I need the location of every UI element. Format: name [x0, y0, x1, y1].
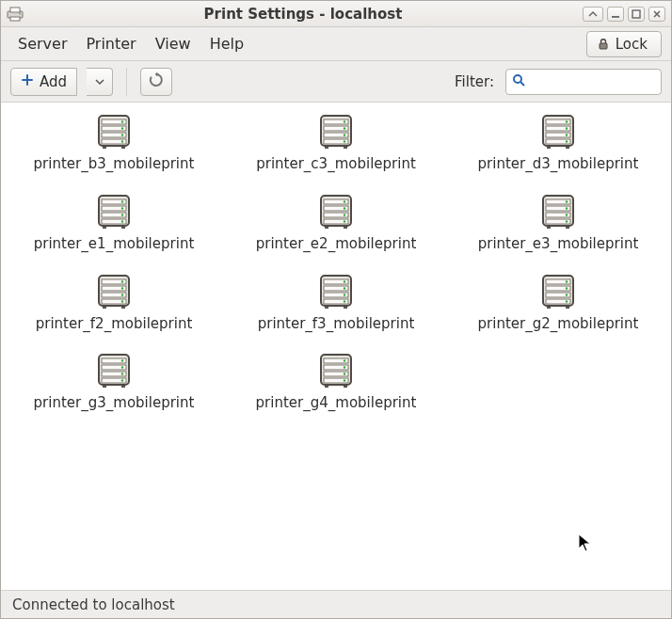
window-buttons: [583, 7, 665, 22]
menu-server[interactable]: Server: [10, 29, 74, 58]
printer-label: printer_e3_mobileprint: [478, 235, 639, 253]
printer-label: printer_g2_mobileprint: [478, 315, 639, 333]
printer-label: printer_b3_mobileprint: [34, 155, 195, 173]
printer-item[interactable]: printer_g4_mobileprint: [242, 349, 430, 412]
search-icon: [512, 73, 525, 89]
printer-icon: [93, 110, 135, 151]
printer-label: printer_g3_mobileprint: [34, 394, 195, 412]
menu-view[interactable]: View: [148, 29, 199, 58]
printer-item[interactable]: printer_g3_mobileprint: [20, 349, 208, 412]
window: Print Settings - localhost Server Printe…: [0, 0, 672, 619]
search-filter[interactable]: [505, 69, 662, 95]
window-maximize-button[interactable]: [628, 7, 645, 22]
printer-icon: [315, 190, 357, 231]
refresh-button[interactable]: [140, 68, 172, 96]
lock-button[interactable]: Lock: [586, 31, 662, 57]
status-text: Connected to localhost: [12, 596, 175, 613]
svg-line-10: [520, 82, 524, 86]
filter-label: Filter:: [455, 73, 494, 90]
printer-icon: [537, 190, 579, 231]
printer-icon: [93, 270, 135, 311]
svg-point-9: [514, 75, 521, 83]
printer-item[interactable]: printer_b3_mobileprint: [20, 110, 208, 173]
add-button-dropdown[interactable]: [87, 68, 113, 96]
lock-button-label: Lock: [616, 36, 648, 53]
printer-item[interactable]: printer_c3_mobileprint: [242, 110, 430, 173]
chevron-down-icon: [95, 73, 104, 90]
printer-label: printer_d3_mobileprint: [478, 155, 639, 173]
printer-item[interactable]: printer_e2_mobileprint: [242, 190, 430, 253]
svg-rect-8: [22, 79, 33, 81]
printer-item[interactable]: printer_e3_mobileprint: [464, 190, 652, 253]
window-title: Print Settings - localhost: [29, 6, 577, 23]
printer-list: printer_b3_mobileprintprinter_c3_mobilep…: [1, 103, 671, 590]
printer-item[interactable]: printer_e1_mobileprint: [20, 190, 208, 253]
window-close-button[interactable]: [648, 7, 665, 22]
printer-label: printer_c3_mobileprint: [256, 155, 416, 173]
window-tile-button[interactable]: [583, 7, 603, 22]
svg-rect-2: [10, 17, 20, 21]
printer-item[interactable]: printer_f2_mobileprint: [20, 270, 208, 333]
printer-label: printer_f2_mobileprint: [36, 315, 193, 333]
statusbar: Connected to localhost: [1, 590, 671, 618]
printer-icon: [537, 110, 579, 151]
plus-icon: [21, 73, 34, 90]
printer-icon: [315, 270, 357, 311]
svg-rect-5: [632, 10, 640, 18]
printer-item[interactable]: printer_d3_mobileprint: [464, 110, 652, 173]
toolbar-separator: [126, 68, 127, 96]
add-button-label: Add: [40, 73, 67, 90]
toolbar: Add Filter:: [1, 61, 671, 103]
printer-icon: [315, 349, 357, 390]
window-minimize-button[interactable]: [607, 7, 624, 22]
printer-label: printer_f3_mobileprint: [258, 315, 415, 333]
printer-app-icon: [7, 7, 24, 22]
menu-help[interactable]: Help: [202, 29, 251, 58]
search-input[interactable]: [531, 73, 672, 90]
printer-icon: [537, 270, 579, 311]
printer-label: printer_g4_mobileprint: [256, 394, 417, 412]
svg-rect-4: [612, 16, 619, 18]
menubar: Server Printer View Help Lock: [1, 27, 671, 61]
printer-icon: [93, 349, 135, 390]
titlebar: Print Settings - localhost: [1, 1, 671, 27]
printer-item[interactable]: printer_f3_mobileprint: [242, 270, 430, 333]
printer-icon: [93, 190, 135, 231]
printer-item[interactable]: printer_g2_mobileprint: [464, 270, 652, 333]
printer-icon: [315, 110, 357, 151]
svg-rect-6: [600, 43, 607, 49]
refresh-icon: [149, 72, 164, 91]
svg-point-3: [19, 12, 21, 14]
printer-label: printer_e1_mobileprint: [34, 235, 195, 253]
lock-icon: [597, 38, 610, 51]
add-button[interactable]: Add: [10, 68, 77, 96]
menu-printer[interactable]: Printer: [78, 29, 143, 58]
svg-rect-1: [10, 8, 20, 12]
printer-label: printer_e2_mobileprint: [256, 235, 417, 253]
